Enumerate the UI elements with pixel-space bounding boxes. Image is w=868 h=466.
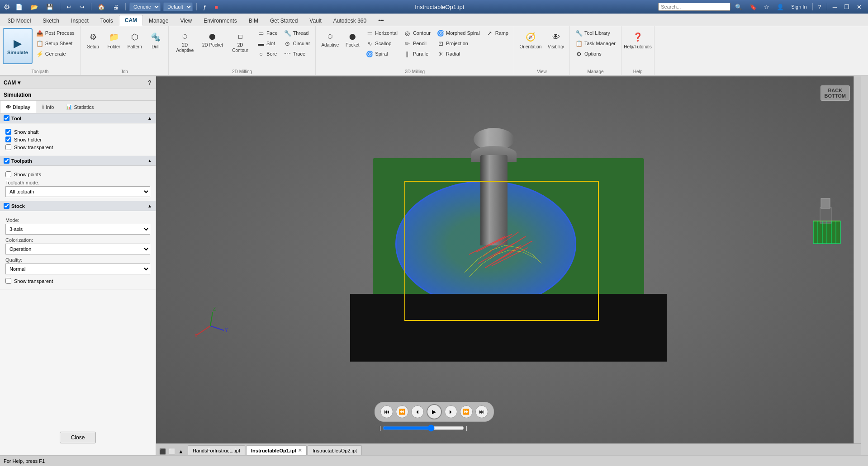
first-frame-button[interactable]: ⏮ xyxy=(380,405,393,418)
pencil-button[interactable]: ✏ Pencil xyxy=(401,38,433,48)
star-btn[interactable]: ☆ xyxy=(761,3,772,11)
show-points-checkbox[interactable] xyxy=(5,171,11,177)
tab-view[interactable]: View xyxy=(174,15,198,26)
tab-instructables-op2[interactable]: InstructablesOp2.ipt xyxy=(308,445,362,455)
tab-hands[interactable]: HandsForInstruct...ipt xyxy=(188,445,245,455)
stop-btn[interactable]: ■ xyxy=(212,3,221,11)
tab-icon-1[interactable]: ⬛ xyxy=(158,448,167,455)
setup-sheet-button[interactable]: 📋 Setup Sheet xyxy=(33,38,77,48)
close-btn-title[interactable]: ✕ xyxy=(854,3,864,11)
tab-bim[interactable]: BIM xyxy=(243,15,264,26)
restore-btn[interactable]: ❐ xyxy=(841,3,852,11)
tool-library-button[interactable]: 🔧 Tool Library xyxy=(573,28,618,38)
account-btn[interactable]: 👤 xyxy=(774,3,787,11)
bore-button[interactable]: ○ Bore xyxy=(255,49,280,59)
tab-icon-2[interactable]: ⬜ xyxy=(167,448,177,455)
save-btn[interactable]: 💾 xyxy=(43,3,56,11)
tool-section-checkbox[interactable] xyxy=(4,115,9,121)
home-btn[interactable]: 🏠 xyxy=(95,3,108,11)
tab-arrow-btn[interactable]: ▲ xyxy=(177,448,185,455)
prev-button[interactable]: ⏴ xyxy=(411,405,424,418)
timeline-slider[interactable] xyxy=(383,424,464,432)
ramp-button[interactable]: ↗ Ramp xyxy=(484,28,511,38)
folder-button[interactable]: 📁 Folder xyxy=(104,28,124,52)
instructable-op1-close[interactable]: ✕ xyxy=(298,448,302,453)
simulate-button[interactable]: ▶ Simulate xyxy=(3,28,33,64)
generic-dropdown[interactable]: Generic xyxy=(129,2,161,11)
quality-dropdown[interactable]: Normal High Low xyxy=(5,264,150,274)
pocket-button[interactable]: ⬤ Pocket xyxy=(342,28,362,50)
toolpath-mode-dropdown[interactable]: All toolpath Active only None xyxy=(5,186,150,197)
open-btn[interactable]: 📂 xyxy=(28,3,41,11)
cam-help-button[interactable]: ? xyxy=(147,79,152,87)
next-fast-button[interactable]: ⏩ xyxy=(460,405,473,418)
drill-button[interactable]: 🔩 Drill xyxy=(146,28,166,52)
minimize-btn[interactable]: ─ xyxy=(830,3,840,11)
stock-section-header[interactable]: Stock ▲ xyxy=(0,201,156,211)
play-button[interactable]: ▶ xyxy=(427,404,442,419)
show-transparent-stock-checkbox[interactable] xyxy=(5,278,11,284)
tab-statistics[interactable]: 📊 Statistics xyxy=(60,101,100,113)
toolpath-section-checkbox[interactable] xyxy=(4,158,9,164)
tab-display[interactable]: 👁 Display xyxy=(0,101,36,113)
preset-dropdown[interactable]: Default xyxy=(163,2,193,11)
contour-button[interactable]: ◎ Contour xyxy=(401,28,433,38)
toolpath-section-header[interactable]: Toolpath ▲ xyxy=(0,156,156,166)
setup-button[interactable]: ⚙ Setup xyxy=(83,28,103,52)
trace-button[interactable]: 〰 Trace xyxy=(281,49,313,59)
search-btn[interactable]: 🔍 xyxy=(732,3,745,11)
thread-button[interactable]: 🔧 Thread xyxy=(281,28,313,38)
tool-section-header[interactable]: Tool ▲ xyxy=(0,113,156,123)
bookmark-btn[interactable]: 🔖 xyxy=(747,3,759,11)
pattern-button[interactable]: ⬡ Pattern xyxy=(125,28,145,52)
close-button[interactable]: Close xyxy=(60,432,96,443)
viewport[interactable]: X Y Z BACK BOTTOM xyxy=(156,76,861,443)
tab-inspect[interactable]: Inspect xyxy=(65,15,95,26)
show-shaft-checkbox[interactable] xyxy=(5,129,11,135)
tab-vault[interactable]: Vault xyxy=(304,15,327,26)
tab-get-started[interactable]: Get Started xyxy=(264,15,304,26)
tab-sketch[interactable]: Sketch xyxy=(37,15,65,26)
visibility-button[interactable]: 👁 Visibility xyxy=(545,28,567,52)
spiral-button[interactable]: 🌀 Spiral xyxy=(363,49,400,59)
radial-button[interactable]: ✳ Radial xyxy=(434,49,483,59)
undo-btn[interactable]: ↩ xyxy=(64,3,74,11)
help-tutorials-button[interactable]: ❓ Help/Tutorials xyxy=(624,28,651,52)
print-btn[interactable]: 🖨 xyxy=(110,3,122,11)
tab-instructable-op1[interactable]: InstructableOp1.ipt ✕ xyxy=(246,445,307,455)
colorization-dropdown[interactable]: Operation Tool Speed Feed xyxy=(5,244,150,254)
generate-button[interactable]: ⚡ Generate xyxy=(33,49,77,59)
sign-in-btn[interactable]: Sign In xyxy=(788,3,809,10)
parallel-button[interactable]: ∥ Parallel xyxy=(401,49,433,59)
options-button[interactable]: ⚙ Options xyxy=(573,49,618,59)
show-holder-checkbox[interactable] xyxy=(5,137,11,142)
morphed-spiral-button[interactable]: 🌀 Morphed Spiral xyxy=(434,28,483,38)
next-button[interactable]: ⏵ xyxy=(445,405,457,418)
show-transparent-tool-checkbox[interactable] xyxy=(5,144,11,150)
tab-tools[interactable]: Tools xyxy=(95,15,119,26)
slot-button[interactable]: ▬ Slot xyxy=(255,38,280,48)
orientation-button[interactable]: 🧭 Orientation xyxy=(517,28,544,52)
tab-info[interactable]: ℹ Info xyxy=(36,101,60,113)
tab-environments[interactable]: Environments xyxy=(198,15,242,26)
post-process-button[interactable]: 📤 Post Process xyxy=(33,28,77,38)
task-manager-button[interactable]: 📋 Task Manager xyxy=(573,38,618,48)
new-btn[interactable]: 📄 xyxy=(13,3,25,11)
face-button[interactable]: ▭ Face xyxy=(255,28,280,38)
tab-manage[interactable]: Manage xyxy=(143,15,174,26)
adaptive-button[interactable]: ⬡ Adaptive xyxy=(318,28,342,50)
2d-pocket-button[interactable]: ⬤ 2D Pocket xyxy=(199,28,226,50)
redo-btn[interactable]: ↪ xyxy=(77,3,87,11)
projection-button[interactable]: ⊡ Projection xyxy=(434,38,483,48)
help-search-btn[interactable]: ? xyxy=(816,3,824,11)
scallop-button[interactable]: ∿ Scallop xyxy=(363,38,400,48)
tab-more[interactable]: ••• xyxy=(372,15,390,26)
tab-autodesk360[interactable]: Autodesk 360 xyxy=(327,15,372,26)
2d-contour-button[interactable]: ◻ 2D Contour xyxy=(227,28,254,55)
stock-mode-dropdown[interactable]: 3-axis 5-axis xyxy=(5,224,150,235)
search-input[interactable] xyxy=(658,3,730,11)
formula-btn[interactable]: ƒ xyxy=(200,3,209,11)
tab-3dmodel[interactable]: 3D Model xyxy=(2,15,37,26)
tab-cam[interactable]: CAM xyxy=(119,15,143,26)
2d-adaptive-button[interactable]: ⬡ 2D Adaptive xyxy=(171,28,199,55)
